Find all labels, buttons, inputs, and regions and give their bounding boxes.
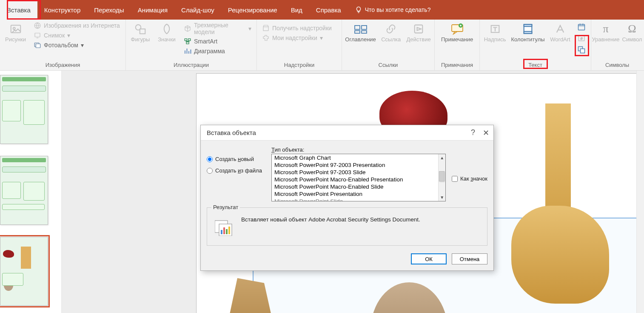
- toc-button[interactable]: Оглавление: [345, 21, 376, 44]
- headerfooter-button[interactable]: Колонтитулы: [511, 21, 545, 44]
- tab-help[interactable]: Справка: [309, 0, 348, 20]
- chart-icon: [184, 47, 191, 55]
- wordart-label: WordArt: [550, 37, 570, 43]
- chevron-down-icon: ▾: [248, 25, 251, 32]
- ribbon: Рисунки Изображения из Интернета Снимок …: [0, 20, 644, 71]
- radio-create-new-input[interactable]: [207, 156, 213, 162]
- my-addins-button[interactable]: Мои надстройки ▾: [260, 34, 333, 42]
- slide-thumb-1[interactable]: [0, 75, 48, 144]
- list-item[interactable]: Microsoft PowerPoint Presentation: [272, 190, 438, 198]
- get-addins-button[interactable]: Получить надстройки: [260, 24, 333, 32]
- list-item[interactable]: Microsoft PowerPoint Macro-Enabled Prese…: [272, 176, 438, 183]
- textbox-button[interactable]: Надпись: [483, 21, 507, 44]
- svg-text:#: #: [581, 37, 583, 40]
- screenshot-button[interactable]: Снимок ▾: [32, 31, 122, 40]
- chart-button[interactable]: Диаграмма: [182, 47, 253, 55]
- ok-button[interactable]: ОК: [411, 253, 447, 264]
- radio-create-from-file-label: Создать из файла: [215, 167, 262, 174]
- action-button[interactable]: Действие: [406, 21, 431, 44]
- slide-thumb-2[interactable]: [0, 156, 48, 225]
- editor-vertical-scrollbar[interactable]: [636, 71, 644, 313]
- comment-icon: [450, 23, 464, 35]
- insert-object-button[interactable]: [576, 45, 587, 55]
- radio-create-from-file-input[interactable]: [207, 168, 213, 174]
- tab-insert[interactable]: Вставка: [0, 0, 37, 20]
- symbol-button[interactable]: Ω Символ: [621, 21, 643, 44]
- svg-rect-21: [524, 25, 532, 27]
- tell-me-search[interactable]: Что вы хотите сделать?: [348, 0, 438, 20]
- online-pictures-button[interactable]: Изображения из Интернета: [32, 21, 122, 30]
- tab-help-label: Справка: [316, 6, 341, 14]
- models3d-button[interactable]: Трехмерные модели ▾: [182, 21, 253, 36]
- svg-rect-7: [140, 29, 145, 34]
- scroll-down-icon[interactable]: ▼: [439, 194, 445, 201]
- symbol-label: Символ: [622, 37, 642, 43]
- svg-point-1: [13, 27, 15, 29]
- shapes-button[interactable]: Фигуры: [129, 21, 151, 44]
- result-legend: Результат: [211, 204, 240, 210]
- slide-number-button[interactable]: #: [576, 34, 587, 43]
- smartart-label: SmartArt: [194, 38, 217, 45]
- dialog-title: Вставка объекта: [207, 129, 256, 136]
- group-comments-label: Примечания: [438, 62, 476, 69]
- dialog-close-button[interactable]: ✕: [483, 128, 489, 138]
- tab-view-label: Вид: [291, 6, 302, 14]
- pictures-icon: [9, 23, 22, 35]
- object-type-listbox[interactable]: Microsoft Graph Chart Microsoft PowerPoi…: [271, 154, 446, 201]
- list-item[interactable]: Microsoft PowerPoint Slide: [272, 198, 438, 201]
- svg-rect-5: [36, 44, 40, 48]
- photo-album-button[interactable]: Фотоальбом ▾: [32, 41, 122, 49]
- slide-giraffe-image[interactable]: [494, 103, 613, 313]
- tab-view[interactable]: Вид: [284, 0, 309, 20]
- radio-create-from-file[interactable]: Создать из файла: [207, 167, 265, 174]
- icons-button[interactable]: Значки: [156, 21, 178, 44]
- list-item[interactable]: Microsoft PowerPoint Macro-Enabled Slide: [272, 183, 438, 190]
- dialog-titlebar[interactable]: Вставка объекта ? ✕: [201, 125, 493, 141]
- group-addins-label: Надстройки: [260, 62, 338, 69]
- radio-create-new[interactable]: Создать новый: [207, 156, 265, 162]
- tab-animation[interactable]: Анимация: [131, 0, 174, 20]
- as-icon-checkbox-input[interactable]: [452, 176, 458, 182]
- link-button[interactable]: Ссылка: [380, 21, 402, 44]
- wordart-button[interactable]: WordArt: [549, 21, 571, 44]
- scroll-thumb[interactable]: [439, 171, 445, 181]
- svg-rect-9: [188, 39, 191, 41]
- group-text-label: Текст: [483, 62, 587, 69]
- list-item[interactable]: Microsoft Graph Chart: [272, 154, 438, 161]
- scroll-up-icon[interactable]: ▲: [439, 154, 445, 161]
- tab-design[interactable]: Конструктор: [37, 0, 88, 20]
- link-label: Ссылка: [381, 37, 401, 43]
- pictures-button[interactable]: Рисунки: [3, 21, 28, 44]
- svg-rect-15: [362, 31, 367, 33]
- list-item[interactable]: Microsoft PowerPoint 97-2003 Presentatio…: [272, 161, 438, 169]
- action-label: Действие: [407, 37, 431, 43]
- tab-review[interactable]: Рецензирование: [221, 0, 284, 20]
- svg-rect-8: [185, 39, 187, 41]
- list-item[interactable]: Microsoft PowerPoint 97-2003 Slide: [272, 169, 438, 176]
- dialog-help-button[interactable]: ?: [471, 128, 475, 137]
- pictures-label: Рисунки: [5, 37, 26, 43]
- equation-button[interactable]: π Уравнение: [595, 21, 617, 44]
- result-text: Вставляет новый объект Adobe Acrobat Sec…: [241, 216, 481, 223]
- tab-transitions[interactable]: Переходы: [87, 0, 131, 20]
- headerfooter-label: Колонтитулы: [511, 37, 544, 43]
- tab-transitions-label: Переходы: [94, 6, 124, 14]
- date-time-button[interactable]: [576, 22, 587, 32]
- cancel-button[interactable]: Отмена: [452, 253, 487, 264]
- svg-rect-13: [362, 26, 367, 29]
- svg-rect-30: [221, 230, 222, 234]
- as-icon-checkbox[interactable]: Как значок: [452, 146, 487, 201]
- group-symbols-label: Символы: [595, 62, 640, 69]
- icons-icon: [160, 23, 173, 35]
- listbox-scrollbar[interactable]: ▲ ▼: [438, 154, 445, 201]
- comment-button[interactable]: Примечание: [439, 21, 475, 44]
- svg-rect-23: [578, 24, 585, 30]
- slide-thumbnails[interactable]: [0, 71, 62, 313]
- my-addins-label: Мои надстройки: [272, 34, 317, 41]
- chevron-down-icon: ▾: [320, 34, 323, 41]
- svg-rect-11: [263, 27, 268, 31]
- tab-slideshow-label: Слайд-шоу: [181, 6, 214, 14]
- slide-thumb-3[interactable]: [0, 237, 48, 306]
- smartart-button[interactable]: SmartArt: [182, 37, 253, 46]
- tab-slideshow[interactable]: Слайд-шоу: [174, 0, 221, 20]
